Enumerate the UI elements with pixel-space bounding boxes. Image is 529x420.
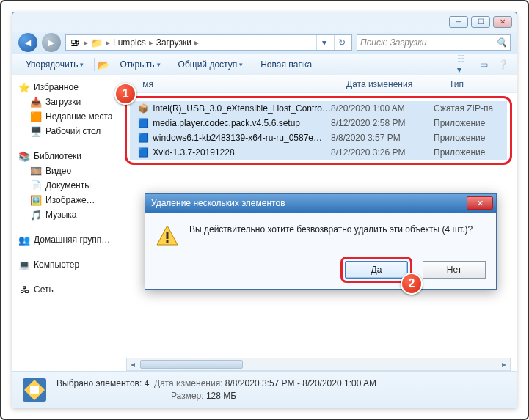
dialog-title: Удаление нескольких элементов [151,198,285,208]
sidebar-item-pictures[interactable]: 🖼️Изображе… [15,193,117,207]
annotation-badge-1: 1 [114,83,136,105]
file-list[interactable]: 1 📦Intel(R)_USB_3.0_eXtensible_Host_Cont… [120,93,517,168]
chevron-right-icon: ▸ [106,37,110,48]
app-icon: 🟦 [137,132,149,144]
search-icon: 🔍 [496,37,507,48]
sidebar-item-desktop[interactable]: 🖥️Рабочий стол [15,124,117,139]
maximize-button[interactable]: ☐ [471,16,490,28]
scroll-right-icon[interactable]: ▸ [498,358,510,370]
app-icon: 🟦 [137,147,149,158]
app-icon: 🟦 [137,117,149,129]
col-date[interactable]: Дата изменения [340,79,443,89]
toolbar: Упорядочить 📂 Открыть Общий доступ Новая… [12,54,517,75]
annotation-badge-2: 2 [401,273,423,295]
table-row[interactable]: 🟦Xvid-1.3.7-201912288/12/2020 3:26 PMПри… [130,145,507,160]
music-icon: 🎵 [30,209,42,221]
sidebar-item-video[interactable]: 🎞️Видео [15,163,117,178]
selection-icon [20,375,49,405]
share-button[interactable]: Общий доступ [171,57,251,72]
crumb-lumpics[interactable]: Lumpics [113,37,146,48]
libraries-icon: 📚 [18,150,30,162]
status-bar: Выбрано элементов: 4 Дата изменения: 8/8… [12,371,517,408]
table-row[interactable]: 🟦windows6.1-kb2483139-x64-ru-ru_0587e…8/… [130,130,507,145]
svg-rect-1 [30,386,39,394]
sidebar-network[interactable]: 🖧Сеть [15,282,117,297]
dropdown-icon[interactable]: ▾ [316,35,331,50]
newfolder-button[interactable]: Новая папка [253,57,319,72]
address-bar: ◄ ► 🖳 ▸ 📁 ▸ Lumpics ▸ Загрузки ▸ ▾ ↻ Пои… [12,32,517,54]
zip-icon: 📦 [137,103,149,114]
col-name[interactable]: мя [136,79,340,89]
desktop-icon: 🖥️ [30,125,42,137]
search-input[interactable]: Поиск: Загрузки 🔍 [357,34,511,51]
sidebar: ⭐Избранное 📥Загрузки 🟧Недавние места 🖥️Р… [12,75,120,371]
scroll-thumb[interactable] [140,360,243,369]
separator [94,58,95,71]
sidebar-libraries[interactable]: 📚Библиотеки [15,149,117,163]
close-button[interactable]: ✕ [493,16,512,28]
chevron-right-icon: ▸ [149,37,153,48]
sidebar-item-music[interactable]: 🎵Музыка [15,207,117,222]
chevron-right-icon: ▸ [194,37,199,48]
sidebar-item-downloads[interactable]: 📥Загрузки [15,95,117,109]
forward-button[interactable]: ► [42,33,61,52]
computer-icon: 🖳 [69,37,81,48]
titlebar: ─ ☐ ✕ [12,12,517,32]
dialog-titlebar: Удаление нескольких элементов ✕ [145,194,496,213]
dialog-message: Вы действительно хотите безвозвратно уда… [189,224,473,235]
breadcrumb[interactable]: 🖳 ▸ 📁 ▸ Lumpics ▸ Загрузки ▸ ▾ ↻ [65,34,352,51]
crumb-downloads[interactable]: Загрузки [156,37,191,48]
no-button[interactable]: Нет [423,261,486,279]
sidebar-item-recent[interactable]: 🟧Недавние места [15,109,117,124]
dialog-close-button[interactable]: ✕ [467,196,493,210]
pictures-icon: 🖼️ [30,194,42,206]
warning-icon [156,224,179,248]
svg-rect-3 [167,240,169,243]
view-icon[interactable]: ☷ ▾ [456,56,473,73]
computer-icon: 💻 [18,259,30,270]
delete-confirmation-dialog: Удаление нескольких элементов ✕ Вы дейст… [145,193,497,290]
scroll-left-icon[interactable]: ◂ [127,358,139,370]
horizontal-scrollbar[interactable]: ◂ ▸ [126,358,511,371]
video-icon: 🎞️ [30,165,42,177]
help-icon[interactable]: ❔ [495,56,511,73]
column-headers: мя Дата изменения Тип [120,75,517,93]
downloads-icon: 📥 [30,96,42,108]
sidebar-homegroup[interactable]: 👥Домашняя групп… [15,232,117,247]
open-icon: 📂 [98,59,109,70]
documents-icon: 📄 [30,180,42,191]
explorer-window: ─ ☐ ✕ ◄ ► 🖳 ▸ 📁 ▸ Lumpics ▸ Загрузки ▸ ▾… [12,12,517,408]
table-row[interactable]: 🟦media.player.codec.pack.v4.5.6.setup8/1… [130,116,507,130]
sidebar-favorites[interactable]: ⭐Избранное [15,80,117,95]
refresh-button[interactable]: ↻ [334,35,349,50]
recent-icon: 🟧 [30,111,42,122]
minimize-button[interactable]: ─ [449,16,468,28]
yes-button[interactable]: Да [345,261,408,279]
svg-rect-2 [167,232,169,239]
organize-button[interactable]: Упорядочить [18,57,91,72]
sidebar-computer[interactable]: 💻Компьютер [15,257,117,272]
open-button[interactable]: Открыть [112,57,167,72]
table-row[interactable]: 📦Intel(R)_USB_3.0_eXtensible_Host_Contro… [130,101,507,116]
back-button[interactable]: ◄ [18,33,37,52]
homegroup-icon: 👥 [18,234,30,246]
chevron-right-icon: ▸ [84,37,88,48]
preview-pane-icon[interactable]: ▭ [475,56,492,73]
star-icon: ⭐ [18,81,30,93]
status-text: Выбрано элементов: 4 Дата изменения: 8/8… [56,377,376,402]
sidebar-item-documents[interactable]: 📄Документы [15,178,117,193]
folder-icon: 📁 [91,37,103,48]
search-placeholder: Поиск: Загрузки [360,37,427,48]
network-icon: 🖧 [18,284,30,295]
col-type[interactable]: Тип [443,79,517,89]
